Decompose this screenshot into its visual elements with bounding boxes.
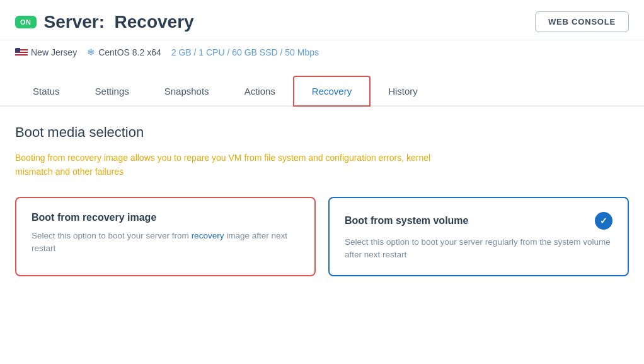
- recovery-link[interactable]: recovery: [192, 231, 224, 240]
- tab-settings[interactable]: Settings: [78, 77, 147, 107]
- server-info: New Jersey ❄ CentOS 8.2 x64 2 GB / 1 CPU…: [0, 40, 644, 63]
- location-info: New Jersey: [15, 47, 77, 57]
- tab-actions[interactable]: Actions: [227, 77, 293, 107]
- os-label: CentOS 8.2 x64: [98, 47, 161, 57]
- boot-system-card[interactable]: Boot from system volume ✓ Select this op…: [328, 197, 629, 277]
- section-title: Boot media selection: [15, 124, 629, 141]
- description-text: Booting from recovery image allows you t…: [15, 151, 456, 179]
- tab-status[interactable]: Status: [15, 77, 78, 107]
- flag-icon: [15, 48, 28, 57]
- web-console-button[interactable]: WEB CONSOLE: [535, 11, 629, 32]
- tab-history[interactable]: History: [371, 77, 435, 107]
- header: ON Server: Recovery WEB CONSOLE: [0, 0, 644, 40]
- tabs-bar: Status Settings Snapshots Actions Recove…: [0, 76, 644, 107]
- page-container: ON Server: Recovery WEB CONSOLE New Jers…: [0, 0, 644, 364]
- title-prefix: Server:: [44, 12, 105, 32]
- snowflake-icon: ❄: [87, 47, 95, 58]
- boot-system-header: Boot from system volume ✓: [345, 212, 612, 230]
- header-left: ON Server: Recovery: [15, 12, 194, 32]
- boot-recovery-desc: Select this option to boot your server f…: [32, 230, 299, 255]
- tab-recovery[interactable]: Recovery: [293, 76, 371, 107]
- location-label: New Jersey: [31, 47, 77, 57]
- boot-recovery-header: Boot from recovery image: [32, 212, 299, 223]
- boot-cards: Boot from recovery image Select this opt…: [15, 197, 629, 277]
- boot-recovery-card[interactable]: Boot from recovery image Select this opt…: [15, 197, 316, 277]
- boot-system-desc: Select this option to boot your server r…: [345, 236, 612, 262]
- title-suffix: Recovery: [115, 12, 194, 32]
- specs-info: 2 GB / 1 CPU / 60 GB SSD / 50 Mbps: [171, 47, 319, 57]
- status-badge: ON: [15, 16, 37, 28]
- os-info: ❄ CentOS 8.2 x64: [87, 47, 161, 58]
- selected-check-icon: ✓: [595, 212, 612, 230]
- boot-system-title: Boot from system volume: [345, 215, 468, 226]
- specs-label: 2 GB / 1 CPU / 60 GB SSD / 50 Mbps: [171, 47, 319, 57]
- tab-snapshots[interactable]: Snapshots: [147, 77, 227, 107]
- boot-recovery-title: Boot from recovery image: [32, 212, 156, 223]
- main-content: Boot media selection Booting from recove…: [0, 107, 644, 291]
- page-title: Server: Recovery: [44, 12, 194, 32]
